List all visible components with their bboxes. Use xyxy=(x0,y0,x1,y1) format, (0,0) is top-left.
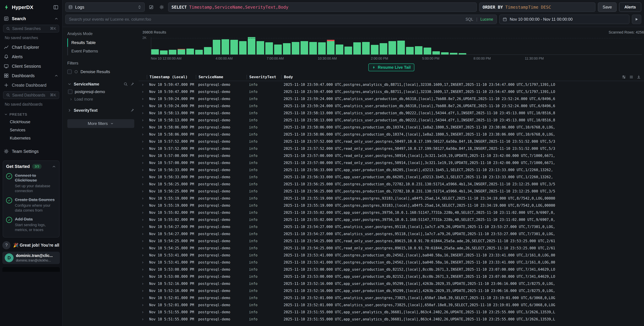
row-expand-chevron[interactable]: › xyxy=(139,281,147,286)
histogram-bar[interactable] xyxy=(344,47,352,55)
table-row[interactable]: ›Nov 10 5:52:01.000 PMpostgresql-demoinf… xyxy=(139,294,644,301)
search-icon[interactable] xyxy=(124,82,128,86)
user-menu[interactable]: D dominic.tran@clic... dominic.tran@clic… xyxy=(2,252,60,264)
histogram-bar[interactable] xyxy=(292,42,299,55)
row-expand-chevron[interactable]: › xyxy=(139,196,147,201)
row-expand-chevron[interactable]: › xyxy=(139,303,147,307)
chevron-up-icon[interactable] xyxy=(52,164,56,169)
table-settings-icon[interactable] xyxy=(622,75,626,79)
histogram-bar[interactable] xyxy=(406,47,414,55)
histogram-bar[interactable] xyxy=(450,53,458,55)
row-expand-chevron[interactable]: › xyxy=(139,118,147,123)
facet-value-postgresql-demo[interactable]: postgresql-demo xyxy=(68,88,134,96)
histogram-bar[interactable] xyxy=(424,48,431,55)
histogram-bar[interactable] xyxy=(239,41,247,55)
histogram-bar[interactable] xyxy=(186,49,194,55)
table-row[interactable]: ›Nov 10 5:57:52.000 PMpostgresql-demoinf… xyxy=(139,145,644,152)
column-header-severitytext[interactable]: SeverityText xyxy=(246,75,281,79)
load-more-button[interactable]: Load more xyxy=(68,96,134,102)
table-row[interactable]: ›Nov 10 5:55:19.000 PMpostgresql-demoinf… xyxy=(139,202,644,209)
sidebar-item-dashboards[interactable]: Dashboards xyxy=(0,71,62,80)
mode-results-table[interactable]: Results Table xyxy=(67,39,134,47)
checkbox[interactable] xyxy=(68,90,72,94)
facet-severitytext[interactable]: SeverityText xyxy=(67,107,134,114)
row-expand-chevron[interactable]: › xyxy=(139,246,147,250)
sidebar-item-services[interactable]: Services xyxy=(0,126,62,134)
source-settings-button[interactable] xyxy=(158,3,166,11)
table-row[interactable]: ›Nov 10 5:57:52.000 PMpostgresql-demoinf… xyxy=(139,138,644,145)
table-row[interactable]: ›Nov 10 5:57:00.000 PMpostgresql-demoinf… xyxy=(139,159,644,166)
table-row[interactable]: ›Nov 10 5:58:13.000 PMpostgresql-demoinf… xyxy=(139,110,644,117)
table-row[interactable]: ›Nov 10 5:53:41.000 PMpostgresql-demoinf… xyxy=(139,259,644,266)
histogram-bar[interactable] xyxy=(230,40,238,55)
presets-section-toggle[interactable]: PRESETS xyxy=(0,109,62,118)
row-expand-chevron[interactable]: › xyxy=(139,317,147,321)
column-header-servicename[interactable]: ServiceName xyxy=(196,75,246,79)
table-row[interactable]: ›Nov 10 5:58:06.000 PMpostgresql-demoinf… xyxy=(139,124,644,131)
get-started-step[interactable]: Connect to ClickHouse Set up your databa… xyxy=(6,173,56,193)
sidebar-item-alerts[interactable]: Alerts xyxy=(0,52,62,62)
table-row[interactable]: ›Nov 10 5:54:25.000 PMpostgresql-demoinf… xyxy=(139,237,644,245)
event-search-box[interactable]: SQL | Lucene xyxy=(65,15,497,24)
sidebar-item-clickhouse[interactable]: ClickHouse xyxy=(0,118,62,126)
table-row[interactable]: ›Nov 10 5:52:16.000 PMpostgresql-demoinf… xyxy=(139,280,644,287)
row-expand-chevron[interactable]: › xyxy=(139,160,147,165)
histogram-bar[interactable] xyxy=(151,49,159,55)
table-row[interactable]: ›Nov 10 5:51:55.000 PMpostgresql-demoinf… xyxy=(139,308,644,316)
table-row[interactable]: ›Nov 10 5:53:41.000 PMpostgresql-demoinf… xyxy=(139,252,644,259)
date-range-picker[interactable]: Nov 10 00:00:00 - Nov 11 00:00:00 xyxy=(499,15,630,24)
run-search-button[interactable] xyxy=(632,15,641,24)
table-row[interactable]: ›Nov 10 5:53:00.000 PMpostgresql-demoinf… xyxy=(139,273,644,280)
saved-dashboards-input[interactable] xyxy=(12,93,48,98)
histogram-bar[interactable] xyxy=(204,47,212,55)
table-row[interactable]: ›Nov 10 5:54:25.000 PMpostgresql-demoinf… xyxy=(139,245,644,252)
histogram-bar[interactable] xyxy=(248,37,255,55)
row-expand-chevron[interactable]: › xyxy=(139,104,147,108)
sidebar-item-chart-explorer[interactable]: Chart Explorer xyxy=(0,43,62,52)
pin-icon[interactable] xyxy=(130,108,134,113)
checkbox[interactable] xyxy=(67,70,72,74)
row-expand-chevron[interactable]: › xyxy=(139,210,147,215)
histogram-bar[interactable] xyxy=(300,41,308,55)
row-expand-chevron[interactable]: › xyxy=(139,182,147,187)
histogram-bar[interactable] xyxy=(318,42,326,55)
table-row[interactable]: ›Nov 10 5:53:00.000 PMpostgresql-demoinf… xyxy=(139,266,644,273)
row-expand-chevron[interactable]: › xyxy=(139,260,147,265)
row-expand-chevron[interactable]: › xyxy=(139,231,147,236)
table-row[interactable]: ›Nov 10 5:58:13.000 PMpostgresql-demoinf… xyxy=(139,117,644,124)
histogram-bar[interactable] xyxy=(327,40,334,55)
order-by-input[interactable]: ORDER BY TimestampTime DESC xyxy=(479,2,596,12)
row-expand-chevron[interactable]: › xyxy=(139,267,147,272)
row-expand-chevron[interactable]: › xyxy=(139,274,147,279)
histogram-bar[interactable] xyxy=(362,42,370,55)
create-dashboard-button[interactable]: Create Dashboard xyxy=(0,80,62,90)
sidebar-item-team-settings[interactable]: Team Settings xyxy=(0,147,62,156)
histogram-bar[interactable] xyxy=(195,50,203,55)
help-button[interactable]: ? xyxy=(2,241,10,249)
table-row[interactable]: ›Nov 10 5:56:25.000 PMpostgresql-demoinf… xyxy=(139,181,644,188)
histogram-bar[interactable] xyxy=(432,51,440,55)
table-row[interactable]: ›Nov 10 5:59:24.000 PMpostgresql-demoinf… xyxy=(139,95,644,102)
histogram-bar[interactable] xyxy=(265,42,273,55)
sidebar-collapse-icon[interactable] xyxy=(53,5,58,10)
histogram-bar[interactable] xyxy=(397,41,405,55)
row-expand-chevron[interactable]: › xyxy=(139,139,147,144)
row-expand-chevron[interactable]: › xyxy=(139,217,147,222)
histogram-bar[interactable] xyxy=(169,50,176,55)
alerts-button[interactable]: Alerts xyxy=(619,2,641,12)
sidebar-item-client-sessions[interactable]: Client Sessions xyxy=(0,62,62,71)
histogram-bar[interactable] xyxy=(371,45,378,55)
query-mode-sql[interactable]: SQL xyxy=(466,17,473,22)
table-row[interactable]: ›Nov 10 5:55:02.000 PMpostgresql-demoinf… xyxy=(139,209,644,216)
histogram-bar[interactable] xyxy=(178,49,185,55)
row-expand-chevron[interactable]: › xyxy=(139,89,147,94)
histogram-bar[interactable] xyxy=(309,42,317,55)
row-expand-chevron[interactable]: › xyxy=(139,97,147,101)
more-filters-button[interactable]: More filters xyxy=(67,119,134,128)
histogram-bar[interactable] xyxy=(388,41,396,55)
table-row[interactable]: ›Nov 10 5:52:01.000 PMpostgresql-demoinf… xyxy=(139,301,644,308)
table-row[interactable]: ›Nov 10 5:59:24.000 PMpostgresql-demoinf… xyxy=(139,102,644,110)
table-row[interactable]: ›Nov 10 5:56:33.000 PMpostgresql-demoinf… xyxy=(139,173,644,181)
histogram-bar[interactable] xyxy=(336,45,343,55)
saved-searches-input[interactable] xyxy=(12,27,48,31)
